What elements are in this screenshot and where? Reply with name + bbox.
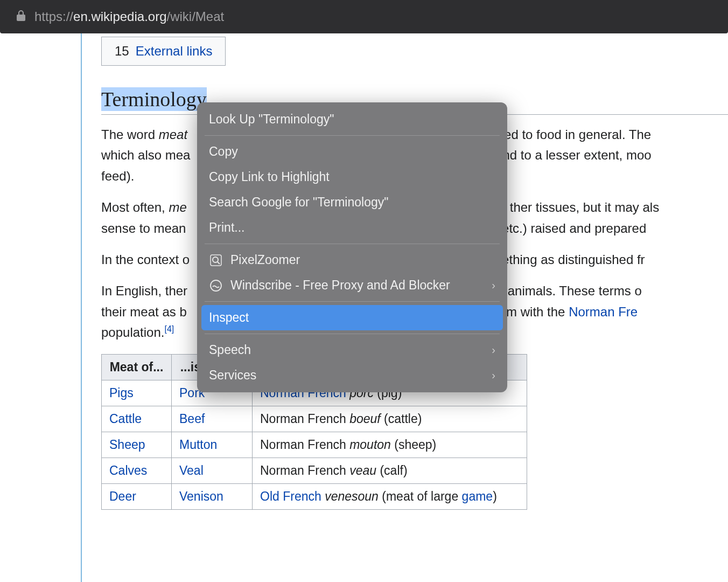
menu-copy-link-highlight[interactable]: Copy Link to Highlight bbox=[197, 164, 507, 190]
table-row: Cattle Beef Norman French boeuf (cattle) bbox=[102, 406, 527, 432]
toc-number: 15 bbox=[115, 44, 129, 58]
menu-print[interactable]: Print... bbox=[197, 215, 507, 240]
link-old-french[interactable]: Old French bbox=[260, 489, 321, 503]
menu-search-google[interactable]: Search Google for "Terminology" bbox=[197, 190, 507, 215]
reference-4[interactable]: [4] bbox=[164, 324, 174, 334]
link-venison[interactable]: Venison bbox=[179, 489, 223, 503]
link-sheep[interactable]: Sheep bbox=[109, 438, 145, 452]
th-meat-of: Meat of... bbox=[102, 354, 172, 380]
toc-item-external-links[interactable]: 15External links bbox=[115, 44, 212, 59]
menu-inspect[interactable]: Inspect bbox=[201, 305, 503, 330]
menu-separator bbox=[205, 334, 500, 334]
menu-services[interactable]: Services › bbox=[197, 363, 507, 388]
menu-separator bbox=[205, 244, 500, 244]
menu-lookup[interactable]: Look Up "Terminology" bbox=[197, 107, 507, 132]
url-text: https://en.wikipedia.org/wiki/Meat bbox=[34, 9, 224, 24]
svg-point-3 bbox=[211, 280, 221, 291]
browser-address-bar[interactable]: https://en.wikipedia.org/wiki/Meat bbox=[0, 0, 728, 33]
pixelzoomer-icon bbox=[209, 253, 223, 267]
link-mutton[interactable]: Mutton bbox=[179, 438, 217, 452]
link-beef[interactable]: Beef bbox=[179, 412, 205, 426]
link-game[interactable]: game bbox=[462, 489, 493, 503]
lock-icon bbox=[16, 10, 26, 24]
svg-point-1 bbox=[213, 257, 218, 262]
link-norman-french[interactable]: Norman Fre bbox=[569, 304, 638, 319]
table-row: Sheep Mutton Norman French mouton (sheep… bbox=[102, 432, 527, 458]
sidebar-edge bbox=[81, 33, 82, 582]
context-menu: Look Up "Terminology" Copy Copy Link to … bbox=[197, 102, 507, 392]
table-row: Deer Venison Old French venesoun (meat o… bbox=[102, 483, 527, 509]
link-calves[interactable]: Calves bbox=[109, 463, 147, 477]
windscribe-icon bbox=[209, 279, 223, 293]
toc-box: 15External links bbox=[101, 37, 226, 66]
chevron-right-icon: › bbox=[492, 344, 495, 356]
link-pigs[interactable]: Pigs bbox=[109, 386, 134, 400]
chevron-right-icon: › bbox=[492, 369, 495, 382]
link-deer[interactable]: Deer bbox=[109, 489, 136, 503]
menu-copy[interactable]: Copy bbox=[197, 139, 507, 164]
link-cattle[interactable]: Cattle bbox=[109, 412, 142, 426]
menu-speech[interactable]: Speech › bbox=[197, 337, 507, 363]
menu-pixelzoomer[interactable]: PixelZoomer bbox=[197, 247, 507, 273]
link-veal[interactable]: Veal bbox=[179, 463, 204, 477]
selected-text[interactable]: Terminology bbox=[101, 87, 207, 111]
menu-windscribe[interactable]: Windscribe - Free Proxy and Ad Blocker › bbox=[197, 273, 507, 298]
svg-line-2 bbox=[218, 262, 220, 264]
menu-separator bbox=[205, 135, 500, 136]
table-row: Calves Veal Norman French veau (calf) bbox=[102, 458, 527, 483]
menu-separator bbox=[205, 301, 500, 302]
toc-link: External links bbox=[136, 44, 213, 58]
chevron-right-icon: › bbox=[492, 279, 495, 292]
